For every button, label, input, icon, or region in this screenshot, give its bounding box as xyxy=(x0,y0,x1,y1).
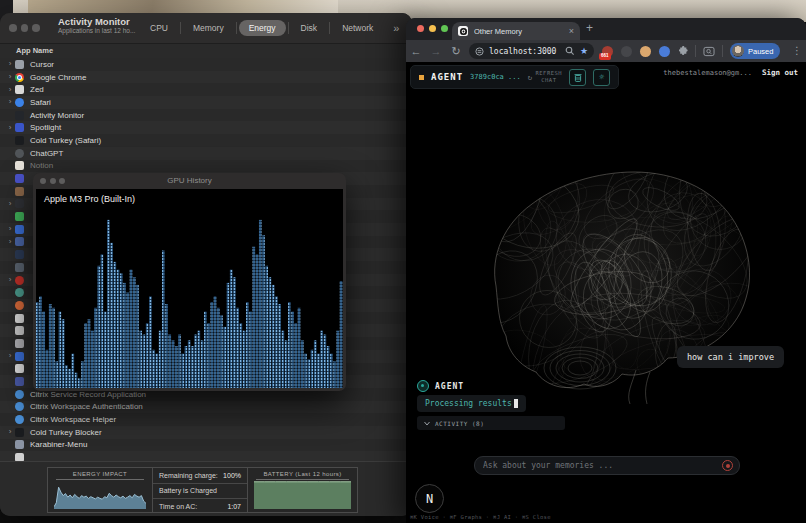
disclosure-icon[interactable]: › xyxy=(5,200,15,208)
minimize-window-button[interactable] xyxy=(21,24,29,32)
app-icon xyxy=(15,301,24,310)
gpu-history-chart xyxy=(36,189,343,388)
app-icon xyxy=(15,111,24,120)
maximize-window-button[interactable] xyxy=(32,24,40,32)
extension-tan-icon[interactable] xyxy=(640,46,651,57)
extension-blue-icon[interactable] xyxy=(659,46,670,57)
app-row[interactable]: Citrix Workspace Helper xyxy=(0,413,412,426)
minimize-window-button[interactable] xyxy=(429,25,436,32)
disclosure-icon[interactable]: › xyxy=(5,225,15,233)
profile-chip[interactable]: Paused xyxy=(730,43,780,59)
bookmark-star-icon[interactable]: ★ xyxy=(580,46,588,56)
tab-favicon xyxy=(458,26,468,36)
app-icon xyxy=(15,402,24,411)
theme-toggle-button[interactable]: ☼ xyxy=(593,69,610,86)
activity-accordion[interactable]: ACTIVITY (8) xyxy=(417,416,565,430)
disclosure-icon[interactable]: › xyxy=(5,86,15,94)
app-row[interactable]: ›Spotlight xyxy=(0,121,412,134)
reload-icon[interactable]: ↻ xyxy=(446,45,466,58)
disclosure-icon[interactable]: › xyxy=(5,276,15,284)
forward-icon[interactable]: → xyxy=(426,45,446,57)
app-row[interactable]: ›Zed xyxy=(0,83,412,96)
app-row[interactable]: Notion xyxy=(0,160,412,173)
agent-session-id: 3789c0ca ... xyxy=(470,73,521,81)
toolbar-divider xyxy=(722,45,723,57)
tab-energy[interactable]: Energy xyxy=(239,20,286,36)
record-button[interactable] xyxy=(722,460,733,471)
tab-cpu[interactable]: CPU xyxy=(140,20,178,36)
app-name: Activity Monitor xyxy=(30,111,84,120)
extension-badge: 661 xyxy=(599,53,611,60)
tab-memory[interactable]: Memory xyxy=(183,20,234,36)
app-row[interactable]: ChatGPT xyxy=(0,147,412,160)
battery-label: BATTERY (Last 12 hours) xyxy=(248,468,357,477)
app-row[interactable]: ›Safari xyxy=(0,96,412,109)
app-row[interactable]: ›Cursor xyxy=(0,58,412,71)
back-icon[interactable]: ← xyxy=(406,45,426,57)
app-row[interactable]: Karabiner-Menu xyxy=(0,439,412,452)
app-icon xyxy=(15,276,24,285)
battery-info-row: Remaining charge:100% xyxy=(153,468,247,483)
agent-avatar-icon xyxy=(417,380,429,392)
close-window-button[interactable] xyxy=(40,178,46,184)
activity-monitor-tabs: CPUMemoryEnergyDiskNetwork» xyxy=(140,13,412,43)
battery-chart xyxy=(254,481,351,509)
window-title: Activity Monitor xyxy=(58,17,135,27)
extension-red-icon[interactable]: 661 xyxy=(602,46,613,57)
agent-status-bubble: Processing results xyxy=(417,395,526,412)
browser-tab[interactable]: Other Memory × xyxy=(452,22,580,40)
tab-divider xyxy=(236,22,237,34)
disclosure-icon[interactable]: › xyxy=(5,60,15,68)
app-row[interactable]: Cold Turkey (Safari) xyxy=(0,134,412,147)
maximize-window-button[interactable] xyxy=(59,178,65,184)
user-message-bubble: how can i improve xyxy=(677,346,784,368)
extensions-puzzle-icon[interactable] xyxy=(677,46,688,57)
disclosure-icon[interactable]: › xyxy=(5,428,15,436)
app-row[interactable]: ›Google Chrome xyxy=(0,71,412,84)
maximize-window-button[interactable] xyxy=(441,25,448,32)
app-logo[interactable]: N xyxy=(415,484,444,513)
disclosure-icon[interactable]: › xyxy=(5,352,15,360)
disclosure-icon[interactable]: › xyxy=(5,73,15,81)
sign-out-button[interactable]: Sign out xyxy=(762,68,798,77)
minimize-window-button[interactable] xyxy=(50,178,56,184)
app-icon xyxy=(15,187,24,196)
app-icon xyxy=(15,225,24,234)
memories-input[interactable] xyxy=(481,460,722,471)
new-tab-button[interactable]: + xyxy=(586,21,593,35)
tab-close-icon[interactable]: × xyxy=(569,26,574,36)
disclosure-icon[interactable]: › xyxy=(5,98,15,106)
app-row[interactable]: ›Cold Turkey Blocker xyxy=(0,426,412,439)
disclosure-icon[interactable]: › xyxy=(5,238,15,246)
address-bar[interactable]: localhost:3000 ★ xyxy=(469,43,594,59)
app-icon xyxy=(15,73,24,82)
refresh-chat-label-1: REFRESH xyxy=(536,70,563,76)
app-row[interactable]: Citrix Workspace Authentication xyxy=(0,401,412,414)
tab-search-icon[interactable] xyxy=(703,46,715,57)
url-text[interactable]: localhost:3000 xyxy=(489,47,565,56)
tab-disk[interactable]: Disk xyxy=(291,20,328,36)
refresh-chat-button[interactable]: ↻ REFRESH CHAT xyxy=(528,70,563,83)
app-name: Cursor xyxy=(30,60,54,69)
app-icon xyxy=(15,352,24,361)
zoom-icon[interactable] xyxy=(565,46,575,56)
disclosure-icon[interactable]: › xyxy=(5,124,15,132)
close-window-button[interactable] xyxy=(9,24,17,32)
agent-status-dot xyxy=(419,75,424,80)
site-info-icon[interactable] xyxy=(475,47,484,56)
battery-info-row: Battery is Charged xyxy=(153,483,247,499)
close-window-button[interactable] xyxy=(417,25,424,32)
app-icon xyxy=(15,123,24,132)
app-icon xyxy=(15,85,24,94)
app-name: Spotlight xyxy=(30,123,61,132)
app-icon xyxy=(15,314,24,323)
delete-chat-button[interactable] xyxy=(569,69,586,86)
app-row[interactable]: Activity Monitor xyxy=(0,109,412,122)
tab-network[interactable]: Network xyxy=(332,20,383,36)
info-label: Battery is Charged xyxy=(159,487,217,494)
browser-menu-icon[interactable]: ⋮ xyxy=(792,40,802,62)
extension-gray-icon[interactable] xyxy=(621,46,632,57)
column-header-app-name[interactable]: App Name xyxy=(0,44,412,59)
overflow-chevron-icon[interactable]: » xyxy=(393,22,399,34)
tab-divider xyxy=(288,22,289,34)
